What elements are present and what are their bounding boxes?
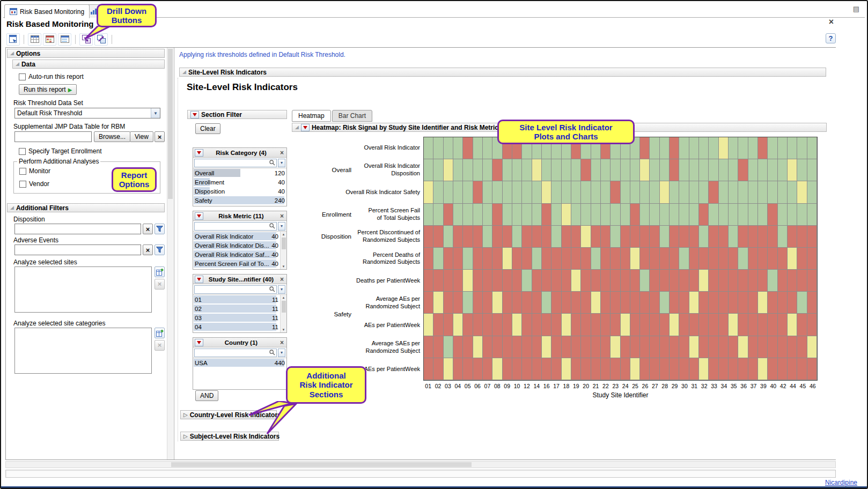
close-icon[interactable]: × bbox=[829, 18, 834, 26]
heatmap-cell[interactable] bbox=[630, 358, 640, 380]
heatmap-cell[interactable] bbox=[709, 270, 718, 292]
heatmap-cell[interactable] bbox=[621, 159, 630, 181]
search-dropdown-icon[interactable]: ▾ bbox=[278, 222, 285, 231]
heatmap-cell[interactable] bbox=[424, 137, 433, 159]
heatmap-cell[interactable] bbox=[601, 226, 610, 248]
heatmap-cell[interactable] bbox=[788, 204, 797, 226]
heatmap-cell[interactable] bbox=[768, 137, 777, 159]
heatmap-cell[interactable] bbox=[503, 181, 512, 203]
heatmap-cell[interactable] bbox=[738, 314, 748, 336]
options-section-header[interactable]: ◢ Options bbox=[7, 49, 165, 58]
heatmap-cell[interactable] bbox=[492, 314, 502, 336]
filter-value-row[interactable]: Percent Screen Fail of To...40 bbox=[193, 259, 280, 268]
heatmap-cell[interactable] bbox=[788, 358, 797, 380]
heatmap-cell[interactable] bbox=[473, 270, 483, 292]
tab-heatmap[interactable]: Heatmap bbox=[292, 110, 331, 122]
heatmap-cell[interactable] bbox=[512, 358, 522, 380]
heatmap-cell[interactable] bbox=[640, 358, 650, 380]
heatmap-cell[interactable] bbox=[601, 336, 610, 358]
heatmap-cell[interactable] bbox=[807, 159, 817, 181]
heatmap-cell[interactable] bbox=[512, 204, 522, 226]
heatmap-cell[interactable] bbox=[660, 336, 670, 358]
heatmap-cell[interactable] bbox=[768, 314, 777, 336]
heatmap-cell[interactable] bbox=[650, 181, 659, 203]
options-scrollbar[interactable] bbox=[167, 48, 173, 460]
heatmap-cell[interactable] bbox=[610, 336, 620, 358]
heatmap-cell[interactable] bbox=[738, 292, 748, 314]
search-dropdown-icon[interactable]: ▾ bbox=[278, 349, 285, 357]
filter-value-row[interactable]: 0211 bbox=[193, 304, 280, 313]
heatmap-cell[interactable] bbox=[758, 137, 768, 159]
heatmap-cell[interactable] bbox=[719, 270, 729, 292]
heatmap-cell[interactable] bbox=[444, 358, 453, 380]
heatmap-cell[interactable] bbox=[748, 181, 758, 203]
heatmap-cell[interactable] bbox=[542, 226, 551, 248]
heatmap-cell[interactable] bbox=[463, 358, 473, 380]
heatmap-cell[interactable] bbox=[562, 336, 571, 358]
heatmap-cell[interactable] bbox=[807, 181, 817, 203]
heatmap-cell[interactable] bbox=[522, 226, 532, 248]
heatmap-cell[interactable] bbox=[660, 137, 670, 159]
heatmap-cell[interactable] bbox=[807, 358, 817, 380]
heatmap-cell[interactable] bbox=[797, 226, 807, 248]
heatmap-cell[interactable] bbox=[473, 358, 483, 380]
heatmap-cell[interactable] bbox=[738, 226, 748, 248]
heatmap-cell[interactable] bbox=[591, 358, 601, 380]
auto-run-checkbox[interactable]: Auto-run this report bbox=[19, 73, 84, 80]
heatmap-cell[interactable] bbox=[453, 292, 463, 314]
heatmap-cell[interactable] bbox=[738, 248, 748, 270]
heatmap-cell[interactable] bbox=[444, 204, 453, 226]
heatmap-cell[interactable] bbox=[542, 159, 551, 181]
heatmap-cell[interactable] bbox=[768, 248, 777, 270]
additional-filters-header[interactable]: ◢ Additional Filters bbox=[7, 203, 165, 212]
heatmap-cell[interactable] bbox=[738, 336, 748, 358]
heatmap-cell[interactable] bbox=[738, 181, 748, 203]
heatmap-cell[interactable] bbox=[621, 181, 630, 203]
heatmap-cell[interactable] bbox=[621, 270, 630, 292]
heatmap-cell[interactable] bbox=[768, 358, 777, 380]
heatmap-cell[interactable] bbox=[788, 292, 797, 314]
heatmap-cell[interactable] bbox=[492, 248, 502, 270]
heatmap-cell[interactable] bbox=[670, 248, 679, 270]
heatmap-cell[interactable] bbox=[699, 248, 709, 270]
heatmap-cell[interactable] bbox=[797, 248, 807, 270]
heatmap-cell[interactable] bbox=[670, 226, 679, 248]
heatmap-cell[interactable] bbox=[532, 292, 542, 314]
heatmap-cell[interactable] bbox=[503, 270, 512, 292]
heatmap-cell[interactable] bbox=[748, 159, 758, 181]
heatmap-cell[interactable] bbox=[630, 292, 640, 314]
heatmap-cell[interactable] bbox=[424, 181, 433, 203]
heatmap-cell[interactable] bbox=[610, 204, 620, 226]
heatmap-cell[interactable] bbox=[512, 336, 522, 358]
heatmap-cell[interactable] bbox=[650, 314, 659, 336]
heatmap-cell[interactable] bbox=[670, 204, 679, 226]
heatmap-cell[interactable] bbox=[610, 248, 620, 270]
heatmap-cell[interactable] bbox=[679, 270, 689, 292]
filter-close-icon[interactable]: × bbox=[279, 276, 285, 283]
heatmap-cell[interactable] bbox=[660, 248, 670, 270]
heatmap-cell[interactable] bbox=[748, 336, 758, 358]
filter-value-row[interactable]: USA440 bbox=[193, 358, 286, 367]
heatmap-cell[interactable] bbox=[424, 248, 433, 270]
window-menu-icon[interactable]: ▤ bbox=[853, 5, 859, 13]
heatmap-cell[interactable] bbox=[650, 248, 659, 270]
heatmap-cell[interactable] bbox=[433, 181, 443, 203]
heatmap-cell[interactable] bbox=[689, 314, 699, 336]
heatmap-cell[interactable] bbox=[571, 270, 581, 292]
heatmap-cell[interactable] bbox=[719, 226, 729, 248]
heatmap-cell[interactable] bbox=[748, 292, 758, 314]
heatmap-cell[interactable] bbox=[492, 270, 502, 292]
heatmap-cell[interactable] bbox=[788, 314, 797, 336]
adverse-events-input[interactable] bbox=[14, 244, 141, 255]
section-filter-header[interactable]: Section Filter bbox=[187, 110, 287, 119]
heatmap-cell[interactable] bbox=[551, 358, 561, 380]
heatmap-cell[interactable] bbox=[542, 336, 551, 358]
heatmap-cell[interactable] bbox=[689, 336, 699, 358]
heatmap-cell[interactable] bbox=[670, 292, 679, 314]
heatmap-cell[interactable] bbox=[424, 292, 433, 314]
heatmap-cell[interactable] bbox=[650, 292, 659, 314]
heatmap-cell[interactable] bbox=[591, 226, 601, 248]
filter-scrollbar[interactable]: ▲▼ bbox=[280, 295, 286, 332]
heatmap-cell[interactable] bbox=[689, 137, 699, 159]
search-dropdown-icon[interactable]: ▾ bbox=[278, 159, 285, 167]
